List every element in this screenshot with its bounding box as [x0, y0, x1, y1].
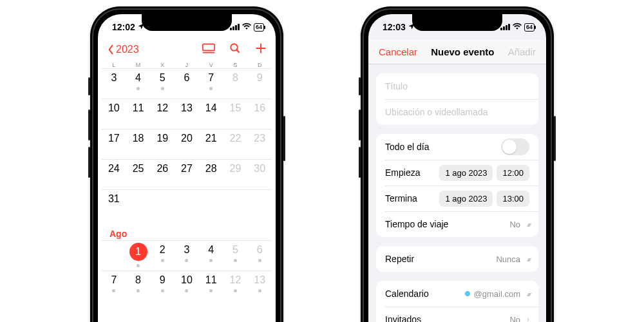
day-number: 29: [230, 163, 242, 175]
search-icon[interactable]: [229, 43, 241, 57]
calendar-day[interactable]: 14: [199, 99, 223, 129]
day-number: 10: [181, 274, 193, 286]
starts-row[interactable]: Empieza 1 ago 2023 12:00: [376, 160, 538, 185]
battery-icon: 64: [254, 23, 264, 32]
event-dot: [258, 259, 261, 262]
day-number: 9: [257, 72, 263, 84]
calendar-day[interactable]: 27: [175, 159, 199, 189]
repeat-row[interactable]: Repetir Nunca▴▾: [376, 246, 538, 272]
calendar-day[interactable]: 29: [223, 159, 248, 189]
calendar-day[interactable]: 7: [199, 68, 223, 99]
calendar-day[interactable]: 24: [102, 159, 126, 189]
day-number: 28: [205, 163, 217, 175]
calendar-day[interactable]: 3: [102, 68, 126, 99]
calendar-day[interactable]: 25: [126, 159, 151, 189]
calendar-day[interactable]: 28: [199, 159, 223, 189]
chevron-right-icon: ›: [527, 315, 529, 322]
travel-value: No: [509, 220, 520, 229]
day-number: 2: [160, 244, 166, 256]
calendar-day[interactable]: 19: [150, 129, 175, 159]
repeat-value: Nunca: [496, 254, 520, 264]
month-grid-august[interactable]: 12345678910111213: [98, 240, 276, 301]
day-number: 6: [257, 244, 263, 256]
calendar-day[interactable]: 2: [150, 240, 175, 270]
cancel-button[interactable]: Cancelar: [379, 46, 417, 57]
starts-time[interactable]: 12:00: [497, 165, 529, 181]
calendar-day[interactable]: 6: [175, 68, 199, 99]
event-dot: [209, 289, 213, 292]
day-number: 13: [254, 274, 265, 286]
day-number: 10: [108, 102, 120, 114]
calendar-day[interactable]: 16: [247, 99, 272, 129]
calendar-day[interactable]: 1: [126, 240, 151, 270]
event-nav: Cancelar Nuevo evento Añadir: [368, 40, 546, 64]
ends-date[interactable]: 1 ago 2023: [439, 191, 493, 207]
calendar-day[interactable]: 12: [150, 99, 175, 129]
event-dot: [137, 87, 140, 90]
calendar-day[interactable]: 8: [223, 68, 248, 99]
ends-row[interactable]: Termina 1 ago 2023 13:00: [376, 185, 538, 211]
calendar-day[interactable]: 7: [102, 270, 126, 301]
add-button[interactable]: Añadir: [508, 46, 536, 57]
event-dot: [161, 259, 164, 262]
allday-label: Todo el día: [385, 142, 430, 152]
calendar-day: [199, 189, 223, 220]
calendar-row[interactable]: Calendario @gmail.com▴▾: [376, 281, 538, 307]
event-dot: [209, 87, 213, 90]
calendar-day: [223, 189, 248, 220]
day-number: 8: [135, 274, 141, 286]
group-datetime: Todo el día Empieza 1 ago 2023 12:00 Ter…: [376, 134, 538, 237]
calendar-day[interactable]: 20: [175, 129, 199, 159]
calendar-day[interactable]: 18: [126, 129, 151, 159]
calendar-day[interactable]: 3: [175, 240, 199, 270]
day-number: 5: [160, 72, 166, 84]
calendar-day[interactable]: 4: [126, 68, 151, 99]
calendar-day[interactable]: 13: [175, 99, 199, 129]
calendar-day[interactable]: 12: [223, 270, 248, 301]
calendar-day[interactable]: 11: [126, 99, 151, 129]
calendar-day[interactable]: 26: [150, 159, 175, 189]
starts-date[interactable]: 1 ago 2023: [439, 165, 493, 181]
calendar-day[interactable]: 9: [247, 68, 272, 99]
day-number: 1: [129, 243, 147, 261]
ends-time[interactable]: 13:00: [497, 191, 529, 207]
calendar-day[interactable]: 6: [247, 240, 272, 270]
calendar-day[interactable]: 11: [199, 270, 223, 301]
calendar-day[interactable]: 22: [223, 129, 248, 159]
calendar-day[interactable]: 21: [199, 129, 223, 159]
day-number: 3: [184, 244, 190, 256]
calendar-day[interactable]: 31: [102, 189, 126, 220]
event-dot: [185, 259, 188, 262]
calendar-day[interactable]: 8: [126, 270, 151, 301]
calendar-day[interactable]: 4: [199, 240, 223, 270]
event-dot: [161, 87, 164, 90]
event-dot: [137, 264, 140, 267]
calendar-day[interactable]: 5: [150, 68, 175, 99]
day-number: 30: [254, 163, 265, 175]
dow-label: L: [102, 62, 126, 68]
calendar-day[interactable]: 10: [102, 99, 126, 129]
invitees-row[interactable]: Invitados No›: [376, 307, 538, 322]
calendar-label: Calendario: [385, 289, 429, 299]
day-number: 12: [156, 102, 168, 114]
back-to-year-button[interactable]: 2023: [107, 44, 139, 55]
calendar-day[interactable]: 9: [150, 270, 175, 301]
repeat-label: Repetir: [385, 254, 414, 264]
month-grid-july[interactable]: 3456789101112131415161718192021222324252…: [98, 68, 276, 220]
calendar-day[interactable]: 5: [223, 240, 248, 270]
allday-row[interactable]: Todo el día: [376, 134, 538, 160]
event-dot: [137, 289, 140, 292]
calendar-day[interactable]: 10: [175, 270, 199, 301]
allday-toggle[interactable]: [501, 138, 529, 155]
calendar-day[interactable]: 23: [247, 129, 272, 159]
add-event-icon[interactable]: [255, 43, 267, 57]
calendar-day[interactable]: 13: [247, 270, 272, 301]
travel-row[interactable]: Tiempo de viaje No▴▾: [376, 211, 538, 237]
calendar-day[interactable]: 15: [223, 99, 248, 129]
calendar-day[interactable]: 30: [247, 159, 272, 189]
day-number: 23: [254, 133, 265, 144]
calendar-day[interactable]: 17: [102, 129, 126, 159]
title-input[interactable]: [385, 81, 529, 91]
location-input[interactable]: [385, 107, 529, 117]
view-mode-icon[interactable]: [202, 43, 215, 56]
